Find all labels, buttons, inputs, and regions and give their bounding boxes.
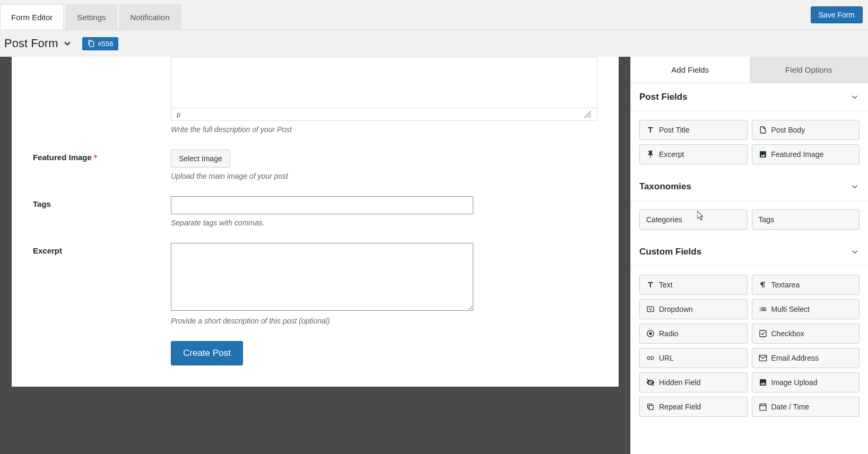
field-post-body[interactable]: Post Body [752, 120, 860, 140]
field-textarea[interactable]: Textarea [752, 275, 860, 295]
field-excerpt[interactable]: Excerpt [639, 144, 748, 164]
link-icon [646, 354, 655, 362]
field-dropdown[interactable]: Dropdown [639, 299, 748, 319]
field-categories[interactable]: Categories [639, 209, 748, 230]
tags-label: Tags [33, 196, 171, 227]
main-tabs: Form Editor Settings Notification Save F… [0, 0, 868, 30]
field-featured-image[interactable]: Featured Image [752, 144, 860, 164]
dropdown-icon [646, 305, 655, 313]
body-help-text: Write the full description of your Post [171, 125, 597, 134]
document-icon [759, 126, 767, 134]
heading-icon [646, 126, 655, 134]
field-post-title[interactable]: Post Title [639, 120, 748, 140]
chevron-down-icon [850, 247, 860, 257]
field-checkbox[interactable]: Checkbox [752, 324, 860, 344]
svg-rect-4 [649, 405, 653, 409]
required-indicator: * [94, 153, 97, 162]
field-email[interactable]: Email Address [752, 348, 860, 368]
form-title-text: Post Form [4, 37, 58, 50]
section-post-fields[interactable]: Post Fields [631, 83, 868, 111]
field-url[interactable]: URL [639, 348, 748, 368]
chevron-down-icon [62, 38, 73, 49]
excerpt-label: Excerpt [33, 243, 171, 325]
chevron-down-icon [850, 92, 860, 102]
field-date-time[interactable]: Date / Time [752, 397, 860, 417]
image-icon [759, 150, 767, 159]
featured-help-text: Upload the main image of your post [171, 172, 597, 180]
tab-form-editor[interactable]: Form Editor [0, 4, 64, 30]
list-icon [759, 305, 767, 313]
tags-input[interactable] [171, 196, 473, 214]
sidebar-scroll[interactable]: Post Fields Post Title Post Body Excerpt [631, 83, 868, 454]
form-preview: p Write the full description of your Pos… [0, 57, 630, 454]
tags-help-text: Separate tags with commas. [171, 219, 597, 227]
copy-icon [646, 403, 655, 411]
field-hidden[interactable]: Hidden Field [639, 372, 748, 392]
form-id-badge[interactable]: #556 [82, 37, 118, 50]
tab-notification[interactable]: Notification [119, 4, 181, 30]
resize-handle-icon[interactable] [584, 111, 592, 118]
field-radio[interactable]: Radio [639, 324, 748, 344]
email-icon [759, 354, 767, 362]
post-body-editor[interactable]: p [171, 57, 597, 121]
form-id-text: #556 [98, 40, 113, 48]
field-tags[interactable]: Tags [752, 209, 860, 230]
calendar-icon [759, 403, 767, 411]
field-multi-select[interactable]: Multi Select [752, 299, 860, 319]
svg-point-1 [649, 332, 652, 335]
pin-icon [646, 150, 655, 159]
field-image-upload[interactable]: Image Upload [752, 372, 860, 392]
tab-add-fields[interactable]: Add Fields [631, 57, 750, 83]
form-header: Post Form #556 [0, 30, 868, 57]
field-repeat[interactable]: Repeat Field [639, 397, 748, 417]
svg-rect-5 [760, 404, 766, 411]
fields-sidebar: Add Fields Field Options Post Fields Pos… [630, 57, 868, 454]
copy-icon [88, 40, 95, 47]
preview-scroll[interactable]: p Write the full description of your Pos… [0, 57, 630, 454]
text-icon [646, 281, 655, 289]
tab-field-options[interactable]: Field Options [750, 57, 869, 83]
image-icon [759, 378, 767, 387]
section-custom-fields[interactable]: Custom Fields [631, 238, 868, 266]
create-post-button[interactable]: Create Post [171, 341, 243, 365]
excerpt-textarea[interactable] [171, 243, 473, 311]
svg-rect-0 [647, 307, 654, 311]
chevron-down-icon [850, 182, 860, 191]
select-image-button[interactable]: Select Image [171, 150, 230, 168]
paragraph-icon [759, 281, 767, 289]
featured-image-label: Featured Image [33, 153, 92, 162]
excerpt-help-text: Provide a short description of this post… [171, 317, 597, 325]
checkbox-icon [759, 329, 767, 338]
eye-slash-icon [646, 378, 655, 387]
field-text[interactable]: Text [639, 275, 748, 295]
editor-path: p [177, 110, 180, 118]
save-form-button[interactable]: Save Form [811, 6, 863, 23]
form-title[interactable]: Post Form [4, 37, 73, 50]
radio-icon [646, 329, 655, 338]
section-taxonomies[interactable]: Taxonomies [631, 173, 868, 201]
tab-settings[interactable]: Settings [66, 4, 117, 30]
